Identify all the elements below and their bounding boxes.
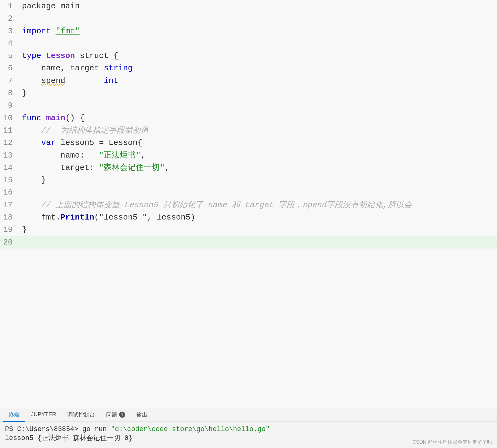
line-code: } (19, 224, 497, 236)
code-line-8: 8} (0, 87, 497, 99)
line-code: import "fmt" (19, 25, 497, 37)
terminal-cmd-go: go run (82, 425, 111, 433)
code-line-11: 11 // 为结构体指定字段赋初值 (0, 124, 497, 137)
line-code: target: "森林会记住一切", (19, 162, 497, 174)
terminal-command-line: PS C:\Users\83854> go run "d:\coder\code… (5, 425, 492, 433)
line-number: 2 (0, 12, 19, 25)
line-number: 15 (0, 174, 19, 186)
tab-问题[interactable]: 问题1 (101, 408, 131, 422)
line-code (19, 99, 497, 112)
line-number: 11 (0, 124, 19, 137)
line-number: 6 (0, 62, 19, 74)
code-token: "正法炬书" (99, 151, 141, 160)
line-number: 7 (0, 75, 19, 87)
code-token: Println (60, 213, 94, 222)
code-token: "fmt" (56, 27, 80, 36)
line-code: // 为结构体指定字段赋初值 (19, 124, 497, 137)
code-token: var (41, 138, 56, 147)
code-token: // (22, 126, 56, 135)
code-line-15: 15 } (0, 174, 497, 186)
code-line-17: 17 // 上面的结构体变量 Lesson5 只初始化了 name 和 targ… (0, 199, 497, 211)
code-line-14: 14 target: "森林会记住一切", (0, 162, 497, 174)
line-code (19, 186, 497, 199)
line-number: 4 (0, 37, 19, 50)
code-line-2: 2 (0, 12, 497, 25)
credit-text: CSDN @仿生程序员会梦见电子羊吗 (412, 439, 492, 446)
code-token: import (22, 27, 56, 36)
line-code: type Lesson struct { (19, 50, 497, 62)
code-editor: 1package main2 3import "fmt"4 5type Less… (0, 0, 497, 408)
code-line-1: 1package main (0, 0, 497, 12)
line-code: name: "正法炬书", (19, 149, 497, 162)
code-table: 1package main2 3import "fmt"4 5type Less… (0, 0, 497, 249)
squiggle-token: spend (41, 76, 65, 85)
terminal-prompt: PS C:\Users\83854> (5, 425, 82, 433)
line-code (19, 12, 497, 25)
code-line-18: 18 fmt.Println("lesson5 ", lesson5) (0, 211, 497, 224)
tab-终端[interactable]: 终端 (3, 408, 25, 422)
line-number: 13 (0, 149, 19, 162)
line-code (19, 37, 497, 50)
line-code: var lesson5 = Lesson{ (19, 137, 497, 149)
code-line-20: 20 (0, 236, 497, 249)
tab-badge: 1 (119, 412, 125, 418)
line-number: 18 (0, 211, 19, 224)
code-line-4: 4 (0, 37, 497, 50)
line-number: 20 (0, 236, 19, 249)
line-number: 19 (0, 224, 19, 236)
line-number: 10 (0, 112, 19, 124)
code-token: string (104, 64, 133, 73)
line-number: 8 (0, 87, 19, 99)
line-number: 1 (0, 0, 19, 12)
terminal-cmd-path: "d:\coder\code store\go\hello\hello.go" (111, 425, 270, 433)
code-line-5: 5type Lesson struct { (0, 50, 497, 62)
line-code (19, 236, 497, 249)
line-code: fmt.Println("lesson5 ", lesson5) (19, 211, 497, 224)
code-token: func (22, 113, 46, 123)
code-line-10: 10func main() { (0, 112, 497, 124)
tab-调试控制台[interactable]: 调试控制台 (62, 408, 101, 422)
line-number: 12 (0, 137, 19, 149)
code-token: 为结构体指定字段赋初值 (56, 126, 149, 135)
line-code: } (19, 87, 497, 99)
code-line-7: 7 spend int (0, 75, 497, 87)
code-token: // 上面的结构体变量 Lesson5 只初始化了 name 和 target … (22, 200, 412, 210)
code-token: Lesson (46, 51, 75, 60)
line-number: 5 (0, 50, 19, 62)
code-line-12: 12 var lesson5 = Lesson{ (0, 137, 497, 149)
code-line-6: 6 name, target string (0, 62, 497, 74)
line-code: name, target string (19, 62, 497, 74)
line-number: 14 (0, 162, 19, 174)
line-code: // 上面的结构体变量 Lesson5 只初始化了 name 和 target … (19, 199, 497, 211)
line-number: 16 (0, 186, 19, 199)
code-line-9: 9 (0, 99, 497, 112)
tab-jupyter[interactable]: JUPYTER (25, 408, 62, 422)
code-line-13: 13 name: "正法炬书", (0, 149, 497, 162)
code-line-19: 19} (0, 224, 497, 236)
line-code: } (19, 174, 497, 186)
code-line-3: 3import "fmt" (0, 25, 497, 37)
line-code: spend int (19, 75, 497, 87)
line-code: func main() { (19, 112, 497, 124)
line-number: 17 (0, 199, 19, 211)
tab-输出[interactable]: 输出 (131, 408, 153, 422)
code-token: int (104, 76, 118, 85)
code-line-16: 16 (0, 186, 497, 199)
line-code: package main (19, 0, 497, 12)
tab-bar: 终端JUPYTER调试控制台问题1输出 (0, 408, 497, 422)
code-token: type (22, 51, 46, 60)
code-token: main (46, 113, 65, 123)
line-number: 9 (0, 99, 19, 112)
line-number: 3 (0, 25, 19, 37)
code-token: "森林会记住一切" (99, 163, 165, 172)
